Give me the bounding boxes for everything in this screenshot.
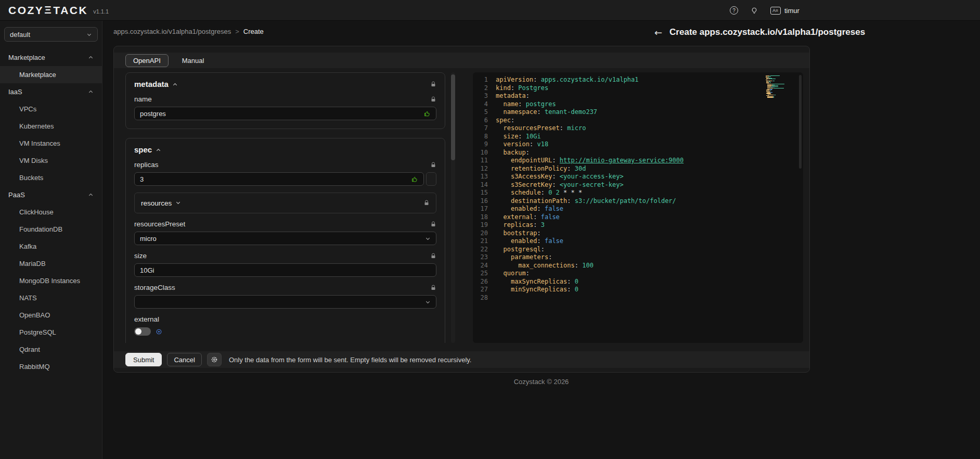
replicas-input-row: 3 [134, 172, 436, 186]
panel-footer: Submit Cancel Only the data from the for… [114, 351, 809, 368]
page-header: ← Create apps.cozystack.io/v1alpha1/post… [654, 26, 980, 39]
create-panel: OpenAPI Manual metadata [113, 46, 810, 373]
gear-icon [211, 356, 218, 363]
lock-icon [430, 162, 436, 168]
editor-minimap[interactable] [766, 75, 796, 99]
version-field-label-row: version [134, 342, 436, 343]
code-line: 5 namespace: tenant-demo237 [473, 108, 803, 117]
editor-scrollbar-thumb[interactable] [799, 75, 802, 169]
sidebar-item-vm-instances[interactable]: VM Instances [0, 135, 102, 152]
metadata-section-header[interactable]: metadata [134, 80, 436, 88]
size-field-label: size [134, 252, 147, 260]
resources-preset-label: resourcesPreset [134, 220, 185, 228]
app-logo[interactable]: COZYΞTACK v1.1.1 [8, 0, 109, 21]
line-number: 4 [473, 100, 496, 109]
storage-class-select[interactable] [134, 295, 436, 309]
code-line: 2kind: Postgres [473, 84, 803, 93]
sidebar-section-paas[interactable]: PaaS [0, 186, 102, 203]
resources-preset-select[interactable]: micro [134, 232, 436, 245]
sidebar-item-buckets[interactable]: Buckets [0, 169, 102, 186]
sidebar-item-qdrant[interactable]: Qdrant [0, 341, 102, 358]
sidebar-item-vm-disks[interactable]: VM Disks [0, 152, 102, 169]
line-number: 23 [473, 253, 496, 262]
form-scrollbar-thumb[interactable] [451, 74, 455, 160]
sidebar-item-mariadb[interactable]: MariaDB [0, 255, 102, 272]
chevron-up-icon [172, 82, 178, 87]
breadcrumb-separator: > [235, 28, 239, 35]
logo-text: COZYΞTACK [8, 4, 88, 17]
code-line: 6spec: [473, 117, 803, 125]
code-line: 7 resourcesPreset: micro [473, 124, 803, 133]
form-note: Only the data from the form will be sent… [229, 356, 472, 364]
replicas-stepper[interactable] [426, 172, 436, 186]
resources-preset-label-row: resourcesPreset [134, 220, 436, 228]
chevron-down-icon [175, 198, 181, 208]
sidebar-section-iaas[interactable]: IaaS [0, 83, 102, 100]
sidebar-item-openbao[interactable]: OpenBAO [0, 307, 102, 324]
code-line: 23 parameters: [473, 253, 803, 262]
thumbs-up-icon[interactable] [411, 176, 418, 183]
resources-collapsed-section[interactable]: resources [134, 193, 436, 213]
size-input[interactable]: 10Gi [134, 263, 436, 277]
cancel-button[interactable]: Cancel [167, 353, 201, 366]
size-field-label-row: size [134, 252, 436, 260]
line-number: 7 [473, 124, 496, 133]
page-footer: Cozystack © 2026 [102, 378, 980, 386]
form-scrollbar[interactable] [451, 72, 455, 343]
tabbar: OpenAPI Manual [114, 53, 809, 68]
sidebar-nav: MarketplaceMarketplaceIaaSVPCsKubernetes… [0, 49, 102, 375]
thumbs-up-icon[interactable] [424, 110, 431, 117]
breadcrumb-path[interactable]: apps.cozystack.io/v1alpha1/postgreses [113, 28, 231, 35]
chevron-down-icon [86, 32, 92, 37]
line-number: 10 [473, 149, 496, 157]
code-line: 3metadata: [473, 92, 803, 100]
breadcrumb-current: Create [243, 28, 264, 35]
tab-manual[interactable]: Manual [175, 55, 212, 67]
sidebar-item-postgresql[interactable]: PostgreSQL [0, 324, 102, 341]
name-input[interactable]: postgres [134, 107, 436, 120]
sidebar-item-kubernetes[interactable]: Kubernetes [0, 118, 102, 135]
section-title: spec [134, 145, 152, 154]
code-line: 25 quorum: [473, 270, 803, 278]
logo-glyph: Ξ [44, 5, 53, 16]
code-line: 8 size: 10Gi [473, 133, 803, 141]
line-number: 6 [473, 117, 496, 125]
spec-section-header[interactable]: spec [134, 145, 436, 154]
line-number: 14 [473, 181, 496, 189]
line-number: 9 [473, 141, 496, 149]
user-menu[interactable]: A≡ timur [770, 7, 800, 15]
code-line: 11 endpointURL: http://minio-gateway-ser… [473, 157, 803, 165]
sidebar-item-rabbitmq[interactable]: RabbitMQ [0, 358, 102, 375]
breadcrumb: apps.cozystack.io/v1alpha1/postgreses > … [113, 28, 264, 35]
back-arrow-icon[interactable]: ← [654, 27, 662, 38]
lock-icon [423, 200, 430, 206]
aim-icon[interactable] [156, 328, 162, 335]
form-options-button[interactable] [207, 353, 222, 366]
sidebar-item-kafka[interactable]: Kafka [0, 238, 102, 255]
line-number: 11 [473, 157, 496, 165]
line-number: 21 [473, 237, 496, 246]
submit-button[interactable]: Submit [125, 353, 162, 366]
help-icon[interactable]: ? [730, 6, 738, 15]
external-switch-row [134, 327, 436, 336]
sidebar-item-nats[interactable]: NATS [0, 289, 102, 307]
line-number: 26 [473, 278, 496, 286]
tab-openapi[interactable]: OpenAPI [125, 54, 169, 67]
code-line: 22 postgresql: [473, 246, 803, 254]
sidebar-item-mongodb-instances[interactable]: MongoDB Instances [0, 272, 102, 289]
sidebar-item-clickhouse[interactable]: ClickHouse [0, 203, 102, 221]
sidebar-item-vpcs[interactable]: VPCs [0, 100, 102, 118]
replicas-input[interactable]: 3 [134, 172, 424, 186]
sidebar-item-marketplace[interactable]: Marketplace [0, 66, 102, 83]
namespace-select[interactable]: default [4, 27, 98, 42]
theme-bulb-icon[interactable] [751, 7, 758, 15]
yaml-link[interactable]: http://minio-gateway-service:9000 [560, 157, 684, 164]
panel-body: metadata name [114, 72, 809, 343]
external-toggle[interactable] [134, 327, 151, 336]
storage-class-label: storageClass [134, 284, 175, 291]
line-number: 18 [473, 213, 496, 222]
yaml-editor[interactable]: 1apiVersion: apps.cozystack.io/v1alpha12… [473, 72, 803, 343]
lock-icon [430, 96, 436, 103]
sidebar-section-marketplace[interactable]: Marketplace [0, 49, 102, 66]
sidebar-item-foundationdb[interactable]: FoundationDB [0, 221, 102, 238]
